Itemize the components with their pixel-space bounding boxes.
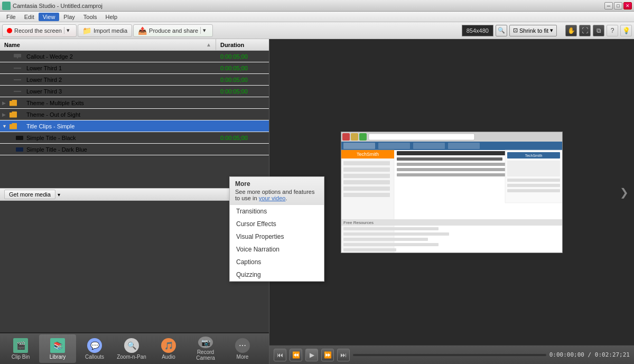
- shrink-to-fit-button[interactable]: ⊡ Shrink to fit ▾: [509, 25, 557, 36]
- svg-rect-29: [507, 161, 560, 176]
- dropdown-title: More: [235, 180, 319, 188]
- record-screen-arrow[interactable]: ▾: [64, 27, 72, 34]
- close-button[interactable]: ✕: [623, 2, 632, 10]
- tab-callouts[interactable]: 💬 Callouts: [76, 334, 113, 363]
- folder-icon: [10, 111, 17, 118]
- scroll-up-arrow[interactable]: ▲: [206, 42, 211, 48]
- svg-rect-4: [359, 133, 367, 141]
- record-screen-button[interactable]: Record the screen ▾: [2, 24, 77, 37]
- svg-rect-35: [343, 227, 439, 230]
- playback-slider[interactable]: [353, 354, 546, 356]
- clip-row-theme-sight[interactable]: ▶ Theme - Out of Sight: [0, 109, 269, 120]
- camera-icon: 📷: [198, 337, 213, 348]
- svg-rect-22: [397, 157, 502, 161]
- notification-button[interactable]: 💡: [620, 25, 632, 36]
- svg-rect-33: [341, 219, 563, 226]
- view-controls: 854x480 🔍 ⊡ Shrink to fit ▾ ✋ ⛶ ⧉ ? 💡: [462, 25, 632, 36]
- svg-rect-16: [343, 167, 390, 172]
- video-link[interactable]: your video: [259, 195, 286, 201]
- play-pause-button[interactable]: ▶: [305, 349, 318, 361]
- main-toolbar: Record the screen ▾ 📁 Import media 📤 Pro…: [0, 22, 634, 39]
- time-display: 0:00:00;00 / 0:02:27;21: [549, 351, 630, 358]
- get-more-bar: Get more media ▾: [0, 188, 269, 201]
- produce-arrow[interactable]: ▾: [200, 27, 208, 34]
- expand-icon: ▼: [2, 124, 8, 129]
- clip-row-lower-third1[interactable]: Lower Third 1 0:00:05;00: [0, 62, 269, 74]
- rewind-button[interactable]: ⏪: [290, 349, 302, 361]
- dropdown-header: More See more options and features to us…: [230, 177, 324, 205]
- clip-rows-container[interactable]: Callout - Wedge 2 0:00:05;00 Lower Third…: [0, 51, 269, 188]
- tab-library[interactable]: 📚 Library: [39, 334, 76, 363]
- dropdown-cursor-effects[interactable]: Cursor Effects: [230, 218, 324, 230]
- tab-audio[interactable]: 🎵 Audio: [150, 334, 187, 363]
- resolution-display: 854x480: [462, 25, 493, 36]
- app-title: Camtasia Studio - Untitled.camproj: [13, 3, 604, 9]
- detach-button[interactable]: ⧉: [593, 25, 604, 36]
- dropdown-quizzing[interactable]: Quizzing: [230, 268, 324, 281]
- svg-rect-10: [413, 143, 445, 149]
- clip-row-lower-third2[interactable]: Lower Third 2 0:00:05;00: [0, 74, 269, 86]
- get-more-arrow[interactable]: ▾: [58, 192, 60, 198]
- tab-clip-bin[interactable]: 🎬 Clip Bin: [2, 334, 39, 363]
- dropdown-visual-properties[interactable]: Visual Properties: [230, 230, 324, 243]
- help-button[interactable]: ?: [607, 25, 618, 36]
- go-to-end-button[interactable]: ⏭: [337, 349, 350, 361]
- menu-view[interactable]: View: [39, 13, 60, 21]
- fullscreen-button[interactable]: ⛶: [579, 25, 591, 36]
- svg-rect-32: [507, 189, 560, 192]
- search-button[interactable]: 🔍: [496, 25, 507, 36]
- svg-rect-3: [351, 133, 358, 141]
- get-more-media-button[interactable]: Get more media: [4, 190, 55, 199]
- tab-record-camera[interactable]: 📷 Record Camera: [187, 334, 224, 363]
- title-bar: Camtasia Studio - Untitled.camproj ─ □ ✕: [0, 0, 634, 12]
- menu-file[interactable]: File: [2, 13, 20, 21]
- clip-row-simple-title-darkblue[interactable]: Simple Title - Dark Blue: [0, 144, 269, 155]
- col-duration-header: Duration: [216, 42, 269, 48]
- produce-share-button[interactable]: 📤 Produce and share ▾: [133, 24, 213, 37]
- clip-row-lower-third3[interactable]: Lower Third 3 0:00:05;00: [0, 86, 269, 97]
- menu-edit[interactable]: Edit: [20, 13, 39, 21]
- preview-nav-right[interactable]: ❯: [620, 186, 629, 199]
- dropdown-captions[interactable]: Captions: [230, 256, 324, 268]
- hand-tool-button[interactable]: ✋: [565, 25, 577, 36]
- dropdown-transitions[interactable]: Transitions: [230, 205, 324, 218]
- clip-row-simple-title-black[interactable]: Simple Title - Black 0:00:05;00: [0, 132, 269, 144]
- clip-bin-icon: 🎬: [13, 338, 28, 353]
- clip-row-theme-exits[interactable]: ▶ Theme - Multiple Exits: [0, 97, 269, 109]
- fast-forward-button[interactable]: ⏩: [321, 349, 334, 361]
- svg-text:TechSmith: TechSmith: [357, 152, 379, 157]
- minimize-button[interactable]: ─: [604, 2, 613, 10]
- folder-icon: [10, 123, 17, 129]
- maximize-button[interactable]: □: [614, 2, 622, 10]
- dark-blue-icon: [16, 147, 23, 152]
- tab-more[interactable]: ⋯ More: [224, 334, 261, 363]
- menu-help[interactable]: Help: [101, 13, 122, 21]
- tab-zoom-pan[interactable]: 🔍 Zoom-n-Pan: [113, 334, 150, 363]
- svg-rect-36: [343, 232, 449, 236]
- folder-icon: [10, 100, 17, 106]
- record-dot-icon: [7, 28, 12, 33]
- menu-play[interactable]: Play: [59, 13, 79, 21]
- preview-screen: TechSmith TechSmith: [341, 132, 563, 253]
- svg-rect-8: [343, 143, 375, 149]
- menu-tools[interactable]: Tools: [79, 13, 101, 21]
- zoom-icon: 🔍: [124, 338, 139, 353]
- clip-row-callout-wedge2[interactable]: Callout - Wedge 2 0:00:05;00: [0, 51, 269, 62]
- expand-icon: ▶: [2, 112, 8, 117]
- import-media-button[interactable]: 📁 Import media: [78, 24, 132, 37]
- go-to-start-button[interactable]: ⏮: [274, 349, 286, 361]
- produce-icon: 📤: [138, 26, 147, 35]
- svg-rect-20: [343, 193, 390, 197]
- col-name-header: Name ▲: [0, 39, 216, 50]
- line-icon: [14, 79, 21, 80]
- dropdown-voice-narration[interactable]: Voice Narration: [230, 243, 324, 256]
- shrink-arrow: ▾: [550, 27, 553, 34]
- tool-tabs-bar: 🎬 Clip Bin 📚 Library 💬 Callouts 🔍 Zoom-n…: [0, 332, 269, 364]
- svg-rect-37: [343, 238, 428, 241]
- line-icon: [14, 68, 21, 69]
- clip-row-title-clips-simple[interactable]: ▼ Title Clips - Simple: [0, 120, 269, 132]
- black-rect-icon: [16, 136, 23, 140]
- callouts-icon: 💬: [87, 338, 102, 353]
- svg-rect-31: [507, 184, 560, 187]
- more-dropdown: More See more options and features to us…: [229, 176, 324, 282]
